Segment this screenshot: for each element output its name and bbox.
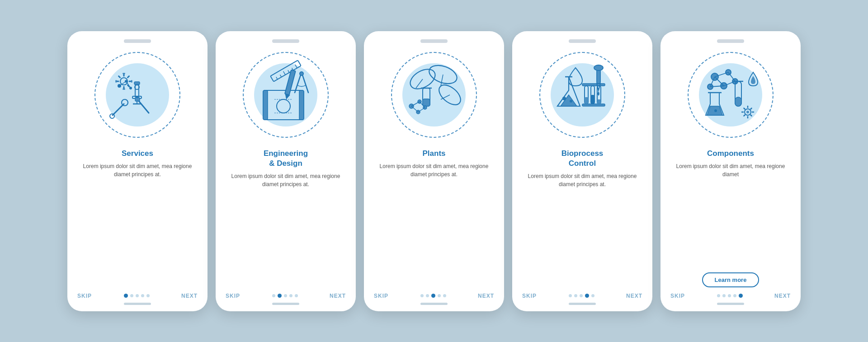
engineering-icon [250, 59, 322, 131]
components-icon [694, 59, 767, 131]
svg-line-24 [276, 77, 278, 79]
svg-line-16 [126, 81, 131, 88]
svg-line-51 [411, 106, 418, 112]
svg-rect-6 [134, 82, 140, 84]
dot-e-4 [295, 294, 298, 297]
bottom-bar-5 [717, 303, 744, 305]
phone-notch-2 [272, 39, 299, 43]
nav-row-components: SKIP NEXT [660, 293, 801, 299]
card-desc-engineering: Lorem ipsum dolor sit dim amet, mea regi… [226, 172, 346, 230]
svg-rect-62 [597, 99, 601, 104]
skip-button-components[interactable]: SKIP [670, 293, 685, 299]
phone-notch [124, 39, 151, 43]
card-bioprocess: BioprocessControl Lorem ipsum dolor sit … [512, 31, 652, 311]
bottom-bar-4 [569, 303, 596, 305]
nav-row-plants: SKIP NEXT [364, 293, 504, 299]
svg-rect-11 [135, 98, 140, 101]
dots-components [717, 294, 743, 298]
dots-services [124, 294, 150, 298]
bottom-bar [124, 303, 151, 305]
svg-rect-58 [585, 97, 588, 104]
svg-point-64 [594, 65, 603, 70]
card-desc-components: Lorem ipsum dolor sit dim amet, mea regi… [670, 162, 791, 269]
skip-button-bioprocess[interactable]: SKIP [522, 293, 537, 299]
dot-p-1 [426, 294, 429, 297]
card-title-components: Components [707, 149, 754, 159]
learn-more-button[interactable]: Learn more [702, 272, 760, 287]
dot-b-0 [569, 294, 572, 297]
next-button-components[interactable]: NEXT [774, 293, 791, 299]
bottom-bar-2 [272, 303, 299, 305]
dot-0 [124, 294, 128, 298]
illustration-components [681, 47, 780, 142]
svg-point-20 [277, 99, 290, 113]
dot-e-1 [278, 294, 282, 298]
card-desc-bioprocess: Lorem ipsum dolor sit dim amet, mea regi… [522, 172, 642, 230]
skip-button-engineering[interactable]: SKIP [226, 293, 240, 299]
svg-line-38 [441, 75, 443, 86]
svg-line-7 [113, 104, 124, 115]
dot-b-4 [591, 294, 594, 297]
svg-rect-79 [735, 97, 741, 106]
card-engineering: Engineering& Design Lorem ipsum dolor si… [216, 31, 356, 311]
card-title-services: Services [122, 149, 153, 159]
next-button-engineering[interactable]: NEXT [330, 293, 346, 299]
dot-e-3 [289, 294, 292, 297]
illustration-services [88, 47, 187, 142]
dot-e-2 [284, 294, 287, 297]
phone-notch-5 [717, 39, 744, 43]
dot-4 [146, 294, 150, 297]
dot-c-0 [717, 294, 720, 297]
dot-p-2 [431, 294, 435, 298]
svg-line-36 [416, 79, 423, 88]
svg-rect-30 [285, 70, 296, 95]
skip-button-services[interactable]: SKIP [77, 293, 92, 299]
svg-line-71 [728, 72, 735, 81]
skip-button-plants[interactable]: SKIP [374, 293, 388, 299]
nav-row-services: SKIP NEXT [67, 293, 208, 299]
plants-icon [398, 59, 470, 131]
svg-line-27 [288, 70, 289, 72]
bioprocess-icon [546, 59, 618, 131]
card-title-bioprocess: BioprocessControl [561, 149, 604, 169]
svg-marker-31 [284, 94, 290, 99]
dots-engineering [272, 294, 298, 298]
svg-point-53 [562, 97, 566, 100]
dot-e-0 [272, 294, 275, 297]
dot-b-2 [580, 294, 583, 297]
svg-point-34 [300, 72, 303, 75]
svg-line-29 [295, 64, 297, 68]
next-button-bioprocess[interactable]: NEXT [626, 293, 642, 299]
dot-p-0 [420, 294, 424, 297]
card-components: Components Lorem ipsum dolor sit dim ame… [660, 31, 801, 311]
phone-notch-3 [420, 39, 448, 43]
svg-line-26 [283, 71, 286, 75]
svg-line-25 [280, 75, 282, 77]
dot-b-3 [585, 294, 589, 298]
svg-point-82 [746, 111, 749, 113]
bottom-bar-3 [420, 303, 448, 305]
services-icon [101, 59, 174, 131]
card-plants: Plants Lorem ipsum dolor sit dim amet, m… [364, 31, 504, 311]
dot-p-4 [443, 294, 446, 297]
illustration-bioprocess [533, 47, 632, 142]
illustration-engineering [236, 47, 335, 142]
dot-1 [130, 294, 133, 297]
next-button-services[interactable]: NEXT [181, 293, 198, 299]
illustration-plants [384, 47, 484, 142]
svg-line-75 [715, 77, 724, 86]
nav-row-bioprocess: SKIP NEXT [512, 293, 652, 299]
dot-3 [141, 294, 144, 297]
card-title-engineering: Engineering& Design [264, 149, 308, 169]
svg-rect-19 [299, 90, 304, 120]
next-button-plants[interactable]: NEXT [478, 293, 494, 299]
svg-point-8 [122, 99, 128, 106]
card-services: Services Lorem ipsum dolor sit dim amet,… [67, 31, 208, 311]
card-desc-services: Lorem ipsum dolor sit dim amet, mea regi… [77, 162, 198, 225]
svg-rect-42 [423, 99, 430, 106]
svg-point-9 [110, 114, 114, 118]
dot-c-4 [739, 294, 743, 298]
card-title-plants: Plants [422, 149, 445, 159]
nav-row-engineering: SKIP NEXT [216, 293, 356, 299]
dot-p-3 [438, 294, 441, 297]
